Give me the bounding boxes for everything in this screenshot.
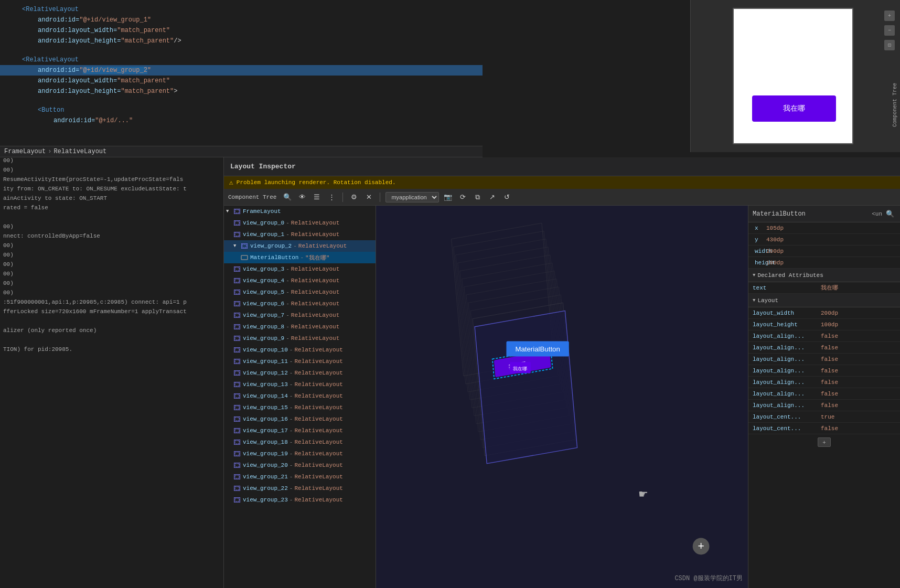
layout-icon (233, 312, 241, 319)
tree-item-vg2[interactable]: ▼ view_group_2 - RelativeLayout (224, 240, 376, 252)
tree-item-vg1[interactable]: view_group_1 - RelativeLayout (224, 229, 376, 240)
tree-item-vg19[interactable]: view_group_19-RelativeLayout (224, 448, 376, 459)
chevron-icon: ▼ (233, 243, 241, 249)
tree-item-vg7[interactable]: view_group_7-RelativeLayout (224, 309, 376, 321)
svg-rect-5 (235, 233, 239, 236)
tree-item-vg8[interactable]: view_group_8-RelativeLayout (224, 321, 376, 333)
breadcrumb-framelayout[interactable]: FrameLayout (4, 148, 46, 155)
layout-icon (233, 231, 241, 238)
chevron-icon: ▼ (226, 209, 233, 214)
tree-item-vg12[interactable]: view_group_12-RelativeLayout (224, 367, 376, 379)
svg-rect-50 (235, 498, 239, 501)
settings-icon-btn[interactable]: ⚙ (348, 191, 360, 203)
attr-search-label: <un (872, 211, 882, 217)
align-icon-btn[interactable]: ⋮ (326, 191, 337, 203)
layout-section[interactable]: ▼ Layout (748, 294, 900, 307)
attr-row-layout-align-5[interactable]: layout_align... false (748, 377, 900, 388)
svg-rect-20 (235, 325, 239, 328)
add-attribute-row: + (748, 434, 900, 450)
code-line (0, 46, 483, 55)
tree-item-vg5[interactable]: view_group_5-RelativeLayout (224, 286, 376, 298)
svg-rect-8 (241, 255, 248, 260)
attr-row-layout-cent-1[interactable]: layout_cent... true (748, 411, 900, 423)
log-line: ity from: ON_CREATE to: ON_RESUME exclud… (0, 186, 223, 195)
svg-rect-28 (235, 371, 239, 375)
declared-attributes-section[interactable]: ▼ Declared Attributes (748, 269, 900, 282)
layout-icon (233, 323, 241, 330)
tree-item-vg4[interactable]: view_group_4-RelativeLayout (224, 275, 376, 286)
close-icon-btn[interactable]: ✕ (363, 191, 374, 203)
tree-item-vg10[interactable]: view_group_10-RelativeLayout (224, 344, 376, 356)
tree-item-vg13[interactable]: view_group_13-RelativeLayout (224, 379, 376, 390)
svg-text:MaterialButton: MaterialButton (515, 345, 560, 353)
layout-icon (233, 335, 241, 342)
layout-icon (233, 300, 241, 307)
layout-icon (233, 392, 241, 400)
tree-item-vg21[interactable]: view_group_21-RelativeLayout (224, 471, 376, 483)
breadcrumb-relativelayout[interactable]: RelativeLayout (53, 148, 106, 155)
attr-search-btn[interactable]: 🔍 (884, 208, 896, 220)
add-attribute-button[interactable]: + (818, 437, 830, 447)
camera-icon-btn[interactable]: 📷 (442, 191, 454, 203)
export-icon-btn[interactable]: ↗ (486, 191, 498, 203)
tree-item-vg18[interactable]: view_group_18-RelativeLayout (224, 436, 376, 448)
attr-row-layout-align-7[interactable]: layout_align... false (748, 400, 900, 411)
component-tree-toolbar-label: Component Tree (228, 194, 276, 200)
log-line: nnect: controlledByApp=false (0, 233, 223, 242)
log-line: 00) (0, 252, 223, 261)
attr-row-text[interactable]: text 我在哪 (748, 282, 900, 294)
attr-row-layout-width[interactable]: layout_width 200dp (748, 307, 900, 319)
tree-item-vg6[interactable]: view_group_6-RelativeLayout (224, 298, 376, 309)
tree-item-vg15[interactable]: view_group_15-RelativeLayout (224, 402, 376, 413)
log-line: ResumeActivityItem{procState=-1,updatePr… (0, 176, 223, 186)
tree-item-vg22[interactable]: view_group_22-RelativeLayout (224, 483, 376, 494)
zoom-out-icon[interactable]: − (884, 25, 895, 36)
tree-item-vg9[interactable]: view_group_9-RelativeLayout (224, 333, 376, 344)
layout-icon (233, 208, 241, 215)
search-icon-btn[interactable]: 🔍 (282, 191, 293, 203)
tree-item-vg17[interactable]: view_group_17-RelativeLayout (224, 425, 376, 436)
svg-rect-46 (235, 475, 239, 478)
attr-row-y[interactable]: y 430dp (748, 234, 900, 245)
attr-row-x[interactable]: x 105dp (748, 222, 900, 234)
attr-row-layout-align-2[interactable]: layout_align... false (748, 342, 900, 354)
tree-item-vg3[interactable]: view_group_3-RelativeLayout (224, 263, 376, 275)
csdn-watermark: CSDN @服装学院的IT男 (674, 574, 743, 583)
tree-item-vg14[interactable]: view_group_14-RelativeLayout (224, 390, 376, 402)
svg-rect-38 (235, 429, 239, 432)
tree-item-framelayout[interactable]: ▼ FrameLayout (224, 206, 376, 217)
tree-item-material-button[interactable]: MaterialButton - "我在哪" (224, 252, 376, 263)
component-tree-label: Component Tree (892, 83, 898, 127)
attr-row-layout-align-3[interactable]: layout_align... false (748, 354, 900, 365)
refresh-icon-btn[interactable]: ⟳ (457, 191, 468, 203)
breadcrumb-bar: FrameLayout › RelativeLayout (0, 146, 483, 157)
zoom-in-icon[interactable]: + (884, 10, 895, 21)
attr-row-layout-align-1[interactable]: layout_align... false (748, 330, 900, 342)
attr-row-layout-height[interactable]: layout_height 100dp (748, 319, 900, 330)
reload-icon-btn[interactable]: ↺ (501, 191, 512, 203)
fit-icon[interactable]: ⊡ (884, 40, 895, 50)
layout-icon (233, 369, 241, 377)
3d-canvas: 我在哪 MaterialButton 我在哪 (376, 206, 748, 588)
attr-row-width[interactable]: width 200dp (748, 245, 900, 257)
layout-icon (241, 242, 248, 250)
eye-icon-btn[interactable]: 👁 (296, 191, 308, 203)
svg-text:☛: ☛ (638, 488, 648, 500)
attr-row-height[interactable]: height 100dp (748, 257, 900, 269)
tree-item-vg0[interactable]: view_group_0 - RelativeLayout (224, 217, 376, 229)
svg-rect-10 (235, 268, 239, 271)
tree-item-vg23[interactable]: view_group_23-RelativeLayout (224, 494, 376, 506)
device-select[interactable]: myapplication (385, 192, 439, 202)
tree-item-vg11[interactable]: view_group_11-RelativeLayout (224, 356, 376, 367)
svg-rect-24 (235, 348, 239, 351)
tree-item-vg16[interactable]: view_group_16-RelativeLayout (224, 413, 376, 425)
list-icon-btn[interactable]: ☰ (311, 191, 323, 203)
layers-icon-btn[interactable]: ⧉ (472, 191, 483, 203)
bottom-area: 00) 00) ResumeActivityItem{procState=-1,… (0, 157, 900, 588)
code-attr: android:id= (38, 16, 79, 24)
tree-item-vg20[interactable]: view_group_20-RelativeLayout (224, 459, 376, 471)
attr-row-layout-align-4[interactable]: layout_align... false (748, 365, 900, 377)
attr-row-layout-cent-2[interactable]: layout_cent... false (748, 423, 900, 434)
svg-rect-26 (235, 360, 239, 363)
attr-row-layout-align-6[interactable]: layout_align... false (748, 388, 900, 400)
